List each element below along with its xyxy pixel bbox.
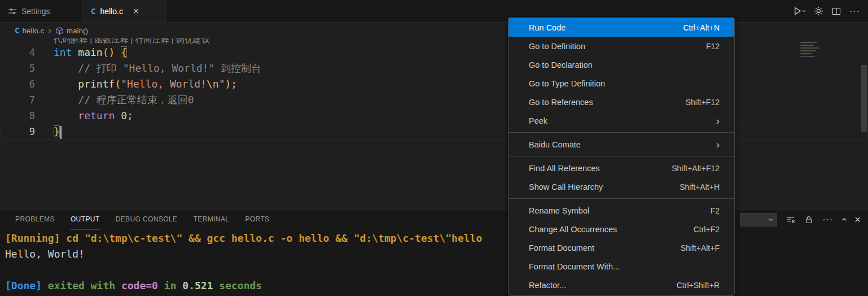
output-channel-select[interactable]: ›: [740, 213, 777, 227]
menu-item-shortcut: Shift+Alt+H: [680, 182, 720, 191]
run-dropdown-chevron-icon[interactable]: ›: [800, 10, 808, 12]
output-console[interactable]: [Running] cd "d:\tmp\c-test\" && gcc hel…: [0, 229, 868, 296]
code-line-9[interactable]: 9}: [0, 124, 868, 140]
code-text: int main() {: [54, 45, 127, 60]
menu-item-label: Peek: [529, 116, 547, 125]
editor-scrollbar[interactable]: [861, 65, 867, 132]
submenu-chevron-icon: ›: [716, 115, 720, 126]
context-menu: Run CodeCtrl+Alt+NGo to DefinitionF12Go …: [508, 17, 735, 296]
menu-item-go-to-declaration[interactable]: Go to Declaration: [508, 55, 734, 74]
menu-item-label: Change All Occurrences: [529, 225, 617, 234]
output-line: [Done] exited with code=0 in 0.521 secon…: [5, 278, 868, 294]
menu-item-label: Go to Declaration: [529, 60, 593, 69]
menu-item-shortcut: F2: [711, 206, 720, 215]
split-editor-icon[interactable]: [832, 7, 841, 16]
code-line-8[interactable]: 8 return 0;: [0, 108, 868, 124]
menu-item-label: Go to References: [529, 98, 593, 107]
menu-item-shortcut: Ctrl+F2: [694, 225, 720, 234]
menu-separator: [508, 198, 734, 199]
line-number[interactable]: 7: [0, 92, 35, 108]
clear-output-icon[interactable]: [786, 215, 795, 224]
menu-item-label: Rename Symbol: [529, 206, 589, 215]
code-line-7[interactable]: 7 // 程序正常结束，返回0: [0, 92, 868, 108]
menu-item-label: Baidu Comate: [529, 140, 581, 149]
output-line: [5, 262, 868, 278]
text-cursor: [60, 126, 62, 139]
breadcrumb-symbol[interactable]: main(): [55, 27, 88, 35]
panel-tab-problems[interactable]: PROBLEMS: [15, 210, 55, 229]
menu-item-shortcut: Shift+Alt+F12: [672, 164, 720, 173]
menu-item-rename-symbol[interactable]: Rename SymbolF2: [508, 201, 734, 220]
panel-tabs: PROBLEMSOUTPUTDEBUG CONSOLETERMINALPORTS: [15, 210, 286, 229]
menu-item-shortcut: F12: [706, 42, 720, 51]
menu-item-find-all-references[interactable]: Find All ReferencesShift+Alt+F12: [508, 159, 734, 177]
menu-item-label: Format Document: [529, 243, 594, 253]
line-number[interactable]: 5: [0, 60, 35, 76]
menu-item-shortcut: Shift+F12: [686, 98, 720, 107]
code-editor[interactable]: 代码解释 | 函数注释 | 行间注释 | 调优建议 4int main() {5…: [0, 38, 868, 209]
close-panel-icon[interactable]: ×: [854, 214, 861, 225]
run-code-button[interactable]: ›: [792, 6, 805, 16]
tab-settings[interactable]: Settings: [0, 0, 83, 22]
panel-tab-terminal[interactable]: TERMINAL: [194, 210, 230, 229]
tab-hello-c[interactable]: C hello.c ×: [83, 0, 166, 22]
menu-item-go-to-references[interactable]: Go to ReferencesShift+F12: [508, 93, 734, 111]
code-line-5[interactable]: 5 // 打印 "Hello, World!" 到控制台: [0, 60, 868, 76]
menu-item-label: Format Document With...: [529, 262, 620, 271]
menu-separator: [508, 156, 734, 156]
output-line: [Running] cd "d:\tmp\c-test\" && gcc hel…: [5, 230, 868, 246]
menu-item-shortcut: Ctrl+Alt+N: [683, 23, 720, 32]
code-line-4[interactable]: 4int main() {: [0, 45, 868, 60]
menu-item-refactor[interactable]: Refactor...Ctrl+Shift+R: [508, 276, 734, 294]
panel-actions: › ··· › ×: [740, 213, 868, 227]
menu-item-shortcut: Shift+Alt+F: [681, 243, 720, 253]
menu-item-label: Run Code: [529, 23, 565, 32]
menu-item-format-document-with[interactable]: Format Document With...: [508, 257, 734, 276]
output-line: Hello, World!: [5, 246, 868, 262]
menu-item-go-to-type-definition[interactable]: Go to Type Definition: [508, 74, 734, 93]
menu-item-run-code[interactable]: Run CodeCtrl+Alt+N: [508, 18, 734, 37]
menu-item-label: Show Call Hierarchy: [529, 182, 603, 191]
menu-item-label: Refactor...: [529, 281, 566, 290]
bottom-panel: PROBLEMSOUTPUTDEBUG CONSOLETERMINALPORTS…: [0, 209, 868, 296]
settings-sliders-icon: [8, 7, 17, 16]
code-text: // 打印 "Hello, World!" 到控制台: [54, 60, 261, 76]
lock-scroll-icon[interactable]: [804, 215, 813, 224]
panel-tab-debug-console[interactable]: DEBUG CONSOLE: [116, 210, 178, 229]
panel-more-actions-icon[interactable]: ···: [822, 215, 833, 225]
menu-separator: [508, 132, 734, 133]
menu-item-format-document[interactable]: Format DocumentShift+Alt+F: [508, 238, 734, 257]
editor-actions: › ···: [792, 0, 868, 22]
more-actions-icon[interactable]: ···: [849, 6, 860, 16]
maximize-panel-icon[interactable]: ›: [839, 218, 849, 221]
line-number[interactable]: 9: [0, 124, 35, 140]
minimap[interactable]: [799, 40, 822, 59]
code-text: }: [54, 124, 62, 140]
menu-item-shortcut: Ctrl+Shift+R: [677, 281, 720, 290]
menu-item-change-all-occurrences[interactable]: Change All OccurrencesCtrl+F2: [508, 220, 734, 238]
menu-item-show-call-hierarchy[interactable]: Show Call HierarchyShift+Alt+H: [508, 177, 734, 196]
breadcrumb-chevron-icon: ›: [48, 25, 51, 36]
settings-gear-icon[interactable]: [814, 6, 823, 16]
tab-label: hello.c: [100, 7, 122, 16]
code-text: return 0;: [54, 108, 133, 124]
code-text: printf("Hello, World!\n");: [54, 76, 237, 92]
line-number[interactable]: 6: [0, 76, 35, 92]
menu-item-peek[interactable]: Peek›: [508, 111, 734, 130]
menu-item-baidu-comate[interactable]: Baidu Comate›: [508, 135, 734, 154]
line-number[interactable]: 4: [0, 45, 35, 60]
menu-item-label: Find All References: [529, 164, 600, 173]
line-number[interactable]: 8: [0, 108, 35, 124]
breadcrumb: C hello.c › main(): [0, 23, 868, 38]
panel-tab-output[interactable]: OUTPUT: [71, 210, 100, 229]
chevron-down-icon: ›: [768, 218, 775, 221]
symbol-method-icon: [55, 27, 64, 35]
breadcrumb-file[interactable]: C hello.c: [15, 26, 44, 35]
tab-close-icon[interactable]: ×: [133, 6, 139, 16]
tab-label: Settings: [21, 7, 50, 16]
code-text: // 程序正常结束，返回0: [54, 92, 194, 108]
panel-tab-ports[interactable]: PORTS: [245, 210, 269, 229]
c-file-icon: C: [91, 7, 95, 16]
menu-item-go-to-definition[interactable]: Go to DefinitionF12: [508, 37, 734, 55]
code-line-6[interactable]: 6 printf("Hello, World!\n");: [0, 76, 868, 92]
